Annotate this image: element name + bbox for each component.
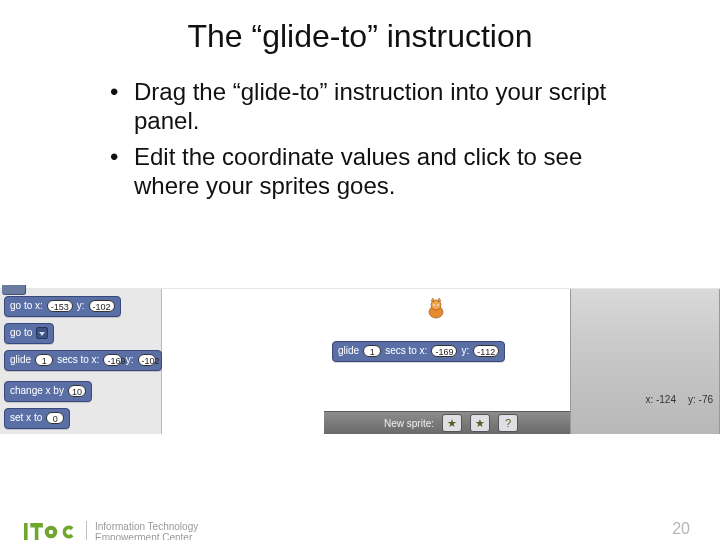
footer-logo-text: Information Technology Empowerment Cente… xyxy=(86,521,198,540)
value-input[interactable]: 10 xyxy=(68,385,86,397)
block-label: change x by xyxy=(10,384,64,398)
page-title: The “glide-to” instruction xyxy=(0,18,720,55)
block-label: set x to xyxy=(10,411,42,425)
svg-rect-8 xyxy=(24,523,28,540)
block-fragment xyxy=(2,285,26,295)
x-input[interactable]: -153 xyxy=(47,300,73,312)
choose-sprite-button[interactable]: ★ xyxy=(470,414,490,432)
svg-point-7 xyxy=(438,305,439,306)
svg-marker-3 xyxy=(438,298,441,302)
scratch-screenshot: go to x: -153 y: -102 go to glide 1 secs… xyxy=(0,288,720,433)
block-label: secs to x: xyxy=(57,353,99,367)
y-input[interactable]: -102 xyxy=(89,300,115,312)
block-change-x[interactable]: change x by 10 xyxy=(4,381,92,402)
star-icon: ★ xyxy=(447,417,457,430)
secs-input[interactable]: 1 xyxy=(363,345,381,357)
block-glide[interactable]: glide 1 secs to x: -169 y: -102 xyxy=(4,350,162,371)
secs-input[interactable]: 1 xyxy=(35,354,53,366)
block-label: y: xyxy=(461,344,469,358)
block-label: go to x: xyxy=(10,299,43,313)
status-y-value: -76 xyxy=(699,394,713,405)
bullet-item: Drag the “glide-to” instruction into you… xyxy=(110,77,630,136)
x-input[interactable]: -169 xyxy=(431,345,457,357)
status-y-label: y: xyxy=(688,394,696,405)
scratch-cat-sprite[interactable] xyxy=(424,297,448,321)
block-label: secs to x: xyxy=(385,344,427,358)
question-star-icon: ? xyxy=(505,417,511,429)
y-input[interactable]: -112 xyxy=(473,345,499,357)
placed-glide-block[interactable]: glide 1 secs to x: -169 y: -112 xyxy=(332,341,505,362)
status-x-value: -124 xyxy=(656,394,676,405)
block-label: y: xyxy=(77,299,85,313)
x-input[interactable]: -169 xyxy=(103,354,121,366)
svg-point-6 xyxy=(434,305,435,306)
block-label: glide xyxy=(10,353,31,367)
blocks-palette: go to x: -153 y: -102 go to glide 1 secs… xyxy=(0,289,162,434)
svg-marker-2 xyxy=(431,298,434,302)
new-sprite-label: New sprite: xyxy=(384,418,434,429)
bullet-list: Drag the “glide-to” instruction into you… xyxy=(110,77,630,200)
folder-star-icon: ★ xyxy=(475,417,485,430)
surprise-sprite-button[interactable]: ? xyxy=(498,414,518,432)
block-goto-object[interactable]: go to xyxy=(4,323,54,344)
status-x-label: x: xyxy=(645,394,653,405)
block-label: go to xyxy=(10,326,32,340)
y-input[interactable]: -102 xyxy=(138,354,156,366)
stage-status-panel: x: -124 y: -76 xyxy=(570,289,720,434)
block-goto-xy[interactable]: go to x: -153 y: -102 xyxy=(4,296,121,317)
target-dropdown[interactable] xyxy=(36,327,48,339)
page-number: 20 xyxy=(672,520,690,538)
value-input[interactable]: 0 xyxy=(46,412,64,424)
paint-sprite-button[interactable]: ★ xyxy=(442,414,462,432)
block-set-x[interactable]: set x to 0 xyxy=(4,408,70,429)
svg-rect-10 xyxy=(35,523,39,540)
itec-logo-icon xyxy=(24,520,78,540)
bullet-item: Edit the coordinate values and click to … xyxy=(110,142,630,201)
block-label: y: xyxy=(126,353,134,367)
block-label: glide xyxy=(338,344,359,358)
mouse-coordinates: x: -124 y: -76 xyxy=(645,394,713,405)
footer-logo: Information Technology Empowerment Cente… xyxy=(24,520,198,540)
